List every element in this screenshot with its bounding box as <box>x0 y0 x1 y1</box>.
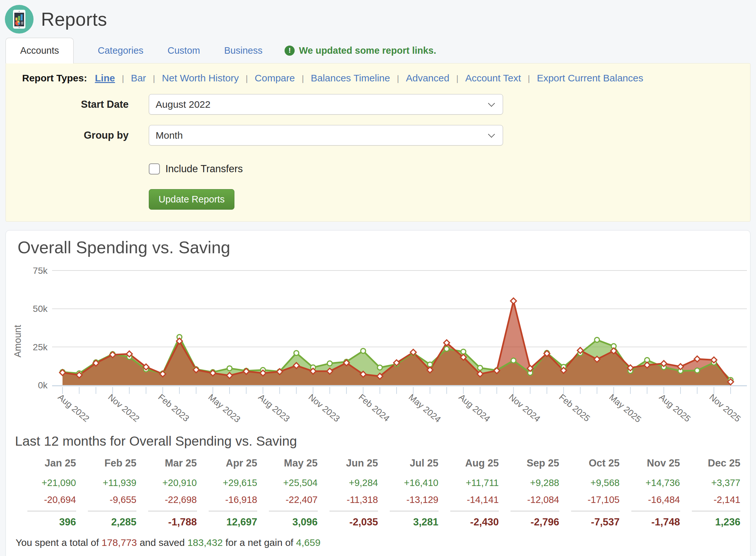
chart-title: Overall Spending vs. Saving <box>18 238 750 257</box>
alert-circle-icon: ! <box>284 45 295 56</box>
summary-text-saved: and saved <box>137 537 187 548</box>
report-type-net-worth-history[interactable]: Net Worth History <box>162 73 239 83</box>
report-type-export-current-balances[interactable]: Export Current Balances <box>537 73 643 83</box>
svg-text:Feb 2024: Feb 2024 <box>357 392 392 423</box>
net-value: 1,236 <box>684 516 741 528</box>
net-value: 396 <box>20 516 76 528</box>
notice-text: We updated some report links. <box>299 45 436 56</box>
month-header: Feb 25 <box>80 457 137 469</box>
group-by-select[interactable]: Month <box>149 125 503 145</box>
saved-value: +16,410 <box>382 478 439 488</box>
net-value: 12,697 <box>201 516 257 528</box>
saved-value: +11,711 <box>443 478 499 488</box>
divider <box>390 511 438 511</box>
divider <box>692 511 741 511</box>
month-header: Oct 25 <box>563 457 620 469</box>
start-date-select[interactable]: August 2022 <box>149 94 503 114</box>
month-header: Sep 25 <box>503 457 559 469</box>
spent-value: -16,484 <box>623 494 680 511</box>
saved-value: +25,504 <box>261 478 318 488</box>
separator: | <box>456 74 458 83</box>
page-title: Reports <box>41 8 107 30</box>
month-column: Nov 25+14,736-16,484-1,748 <box>620 457 680 528</box>
tab-accounts[interactable]: Accounts <box>5 38 74 64</box>
divider <box>27 511 76 511</box>
divider <box>88 511 136 511</box>
start-date-row: Start Date August 2022 <box>16 94 740 114</box>
net-value: -2,430 <box>443 516 499 528</box>
summary-text-gain: for a net gain of <box>223 537 296 548</box>
separator: | <box>153 74 155 83</box>
update-reports-row: Update Reports <box>16 189 740 210</box>
month-header: Aug 25 <box>443 457 499 469</box>
svg-text:Amount: Amount <box>12 325 23 357</box>
saved-value: +14,736 <box>623 478 680 488</box>
month-column: Oct 25+9,568-17,105-7,537 <box>559 457 620 528</box>
reports-app-icon <box>5 5 34 34</box>
net-value: -1,788 <box>140 516 197 528</box>
saved-value: +11,939 <box>80 478 137 488</box>
last12-title: Last 12 months for Overall Spending vs. … <box>15 433 750 449</box>
report-type-compare[interactable]: Compare <box>254 73 295 83</box>
include-transfers-row: Include Transfers <box>16 163 740 175</box>
saved-value: +9,284 <box>322 478 378 488</box>
month-header: Apr 25 <box>201 457 257 469</box>
spending-saving-chart: Aug 2022Nov 2022Feb 2023May 2023Aug 2023… <box>7 260 750 432</box>
report-type-balances-timeline[interactable]: Balances Timeline <box>311 73 390 83</box>
svg-text:May 2024: May 2024 <box>407 392 443 424</box>
net-value: 3,096 <box>261 516 318 528</box>
month-column: Sep 25+9,288-12,084-2,796 <box>499 457 559 528</box>
svg-text:0k: 0k <box>38 380 48 390</box>
include-transfers-checkbox[interactable] <box>149 164 160 174</box>
svg-text:Aug 2022: Aug 2022 <box>56 392 91 424</box>
group-by-row: Group by Month <box>16 125 740 145</box>
spent-value: -2,141 <box>684 494 741 511</box>
tabbar: Accounts Categories Custom Business ! We… <box>5 38 756 63</box>
month-column: Dec 25+3,377-2,1411,236 <box>680 457 741 528</box>
report-type-advanced[interactable]: Advanced <box>406 73 449 83</box>
net-value: -1,748 <box>623 516 680 528</box>
divider <box>269 511 317 511</box>
tab-categories[interactable]: Categories <box>98 45 143 56</box>
month-column: Apr 25+29,615-16,91812,697 <box>197 457 257 528</box>
month-header: Nov 25 <box>623 457 680 469</box>
summary-line: You spent a total of 178,773 and saved 1… <box>15 537 750 548</box>
net-value: -7,537 <box>563 516 620 528</box>
spent-value: -17,105 <box>563 494 620 511</box>
spent-value: -16,918 <box>201 494 257 511</box>
separator: | <box>302 74 304 83</box>
saved-value: +29,615 <box>201 478 257 488</box>
divider <box>148 511 197 511</box>
month-header: May 25 <box>261 457 318 469</box>
svg-text:Feb 2023: Feb 2023 <box>156 392 191 423</box>
report-types-row: Report Types: Line|Bar|Net Worth History… <box>22 73 740 84</box>
tab-custom[interactable]: Custom <box>168 45 200 56</box>
net-value: 3,281 <box>382 516 439 528</box>
report-type-line[interactable]: Line <box>95 73 115 83</box>
svg-text:25k: 25k <box>33 342 48 352</box>
month-header: Dec 25 <box>684 457 741 469</box>
svg-text:Nov 2023: Nov 2023 <box>307 392 342 424</box>
tab-business[interactable]: Business <box>224 45 263 56</box>
report-links-notice: ! We updated some report links. <box>284 45 436 56</box>
separator: | <box>397 74 399 83</box>
total-saved-value: 183,432 <box>187 537 223 548</box>
month-column: Feb 25+11,939-9,6552,285 <box>76 457 137 528</box>
report-type-links: Line|Bar|Net Worth History|Compare|Balan… <box>95 73 643 84</box>
month-header: Jan 25 <box>20 457 76 469</box>
net-value: 2,285 <box>80 516 137 528</box>
spent-value: -20,694 <box>20 494 76 511</box>
update-reports-button[interactable]: Update Reports <box>149 189 234 210</box>
saved-value: +20,910 <box>140 478 197 488</box>
saved-value: +9,288 <box>503 478 559 488</box>
last12-table: Jan 25+21,090-20,694396Feb 25+11,939-9,6… <box>15 457 741 528</box>
separator: | <box>528 74 530 83</box>
net-value: -2,035 <box>322 516 378 528</box>
month-column: Mar 25+20,910-22,698-1,788 <box>136 457 197 528</box>
report-type-bar[interactable]: Bar <box>131 73 146 83</box>
report-type-account-text[interactable]: Account Text <box>465 73 521 83</box>
divider <box>571 511 620 511</box>
spent-value: -22,407 <box>261 494 318 511</box>
svg-text:50k: 50k <box>33 304 48 314</box>
spent-value: -13,129 <box>382 494 439 511</box>
